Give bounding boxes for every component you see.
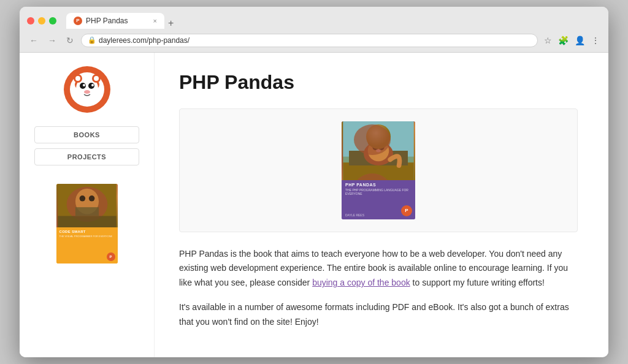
address-bar-row: ← → ↻ 🔒 daylerees.com/php-pandas/ ☆ 🧩 👤 …: [27, 34, 601, 52]
svg-point-26: [368, 140, 389, 161]
svg-rect-23: [343, 162, 413, 180]
svg-point-17: [79, 195, 85, 202]
book-cover-title: PHP PANDAS: [345, 183, 412, 187]
sidebar-nav: BOOKS PROJECTS: [34, 126, 139, 165]
book-cover-photo: [342, 121, 415, 180]
sidebar-book-badge: P: [107, 252, 115, 261]
sidebar-book-cover[interactable]: CODE SMART THE VISUAL PROGRAMMER FOR EVE…: [56, 184, 118, 264]
sidebar-book-photo: [56, 184, 118, 228]
svg-rect-21: [343, 121, 413, 180]
svg-point-31: [376, 149, 381, 152]
menu-button[interactable]: ⋮: [590, 34, 601, 47]
main-content: PHP Pandas: [155, 53, 608, 358]
book-cover-main: PHP PANDAS THE PHP PROGRAMMING LANGUAGE …: [342, 121, 415, 219]
svg-point-33: [382, 138, 389, 146]
browser-tab[interactable]: P PHP Pandas ×: [66, 13, 164, 29]
book-cover-badge: P: [401, 205, 412, 216]
svg-point-18: [88, 195, 94, 202]
sidebar-book-title: CODE SMART: [59, 230, 115, 233]
svg-point-9: [84, 90, 90, 94]
user-profile-button[interactable]: 👤: [573, 34, 586, 47]
page-title: PHP Pandas: [179, 71, 578, 94]
book-image-container: PHP PANDAS THE PHP PROGRAMMING LANGUAGE …: [179, 108, 578, 232]
back-button[interactable]: ←: [27, 34, 40, 47]
svg-rect-24: [349, 151, 408, 165]
book-cover-visual: PHP PANDAS THE PHP PROGRAMMING LANGUAGE …: [342, 121, 415, 219]
svg-point-8: [91, 84, 94, 86]
svg-point-25: [364, 142, 393, 165]
window-buttons: [27, 17, 56, 25]
url-text: daylerees.com/php-pandas/: [99, 36, 190, 45]
forward-button[interactable]: →: [45, 34, 59, 47]
new-tab-button[interactable]: +: [164, 18, 177, 29]
browser-window: P PHP Pandas × + ← → ↻ 🔒 daylerees.com/p…: [20, 7, 608, 358]
refresh-button[interactable]: ↻: [64, 34, 76, 47]
tab-bar: P PHP Pandas × +: [66, 13, 177, 29]
sidebar-item-projects[interactable]: PROJECTS: [34, 148, 139, 165]
svg-point-13: [94, 76, 99, 81]
browser-controls: P PHP Pandas × +: [27, 13, 601, 29]
site-logo: [63, 65, 112, 114]
svg-rect-20: [75, 207, 98, 216]
svg-rect-22: [343, 121, 413, 157]
sidebar: BOOKS PROJECTS: [20, 53, 155, 358]
extensions-button[interactable]: 🧩: [557, 34, 570, 47]
svg-point-7: [83, 84, 85, 86]
sidebar-item-books[interactable]: BOOKS: [34, 126, 139, 143]
description-paragraph-1: PHP Pandas is the book that aims to teac…: [179, 247, 578, 290]
browser-titlebar: P PHP Pandas × + ← → ↻ 🔒 daylerees.com/p…: [20, 7, 608, 53]
browser-content: BOOKS PROJECTS: [20, 53, 608, 358]
svg-point-29: [375, 145, 378, 148]
svg-point-12: [75, 76, 80, 81]
svg-point-30: [381, 145, 384, 148]
maximize-window-button[interactable]: [49, 17, 56, 25]
close-window-button[interactable]: [27, 17, 34, 25]
bookmark-button[interactable]: ☆: [543, 34, 553, 47]
toolbar-icons: ☆ 🧩 👤 ⋮: [543, 34, 601, 47]
svg-point-28: [378, 144, 385, 150]
tab-close-button[interactable]: ×: [153, 17, 157, 25]
sidebar-book-visual: CODE SMART THE VISUAL PROGRAMMER FOR EVE…: [56, 184, 118, 264]
tab-favicon: P: [74, 17, 82, 25]
book-cover-bottom: PHP PANDAS THE PHP PROGRAMMING LANGUAGE …: [342, 180, 415, 219]
svg-rect-19: [58, 216, 116, 227]
sidebar-book-subtitle: THE VISUAL PROGRAMMER FOR EVERYONE: [59, 235, 115, 238]
lock-icon: 🔒: [88, 36, 96, 44]
book-cover-subtitle: THE PHP PROGRAMMING LANGUAGE FOR EVERYON…: [345, 188, 412, 195]
minimize-window-button[interactable]: [38, 17, 45, 25]
description-text-after-link: to support my future writing efforts!: [413, 278, 545, 287]
tab-title: PHP Pandas: [86, 17, 128, 25]
description-paragraph-2: It's available in a number of awesome fo…: [179, 300, 578, 330]
svg-point-27: [372, 144, 378, 150]
svg-point-32: [368, 138, 375, 146]
buy-link[interactable]: buying a copy of the book: [312, 278, 410, 287]
address-bar[interactable]: 🔒 daylerees.com/php-pandas/: [81, 34, 538, 47]
